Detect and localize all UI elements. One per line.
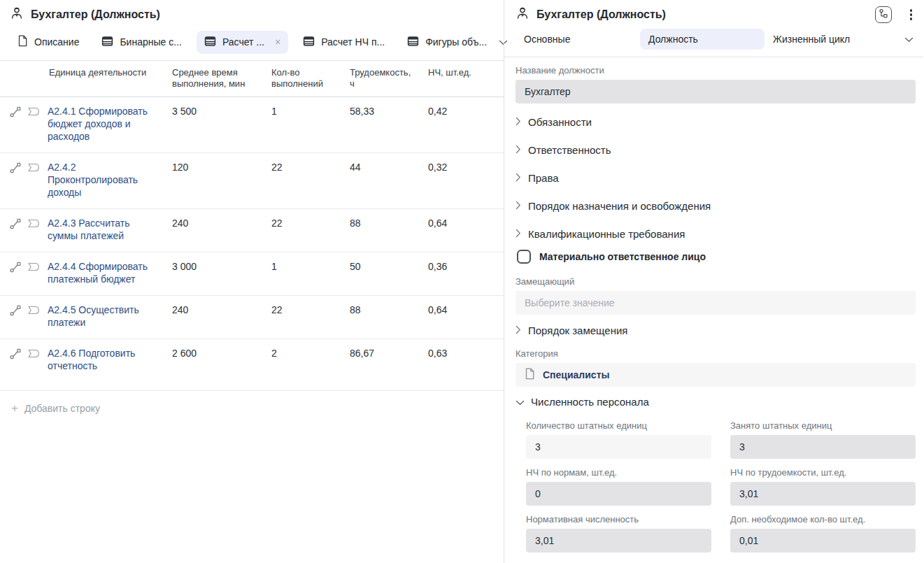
org-chart-button[interactable] xyxy=(875,6,892,23)
labor-cell[interactable]: 58,33 xyxy=(350,105,428,143)
count-cell[interactable]: 22 xyxy=(271,217,350,242)
labor-cell[interactable]: 86,67 xyxy=(350,347,428,372)
tab-object-shapes[interactable]: Фигуры объ... xyxy=(399,31,495,54)
avg-time-cell[interactable]: 120 xyxy=(172,161,271,199)
count-cell[interactable]: 22 xyxy=(271,161,350,199)
kebab-menu-icon[interactable] xyxy=(907,8,916,22)
process-flow-icon[interactable] xyxy=(10,348,21,362)
section-rights[interactable]: Права xyxy=(516,164,916,192)
headcount-value: 0,01 xyxy=(739,535,758,546)
activity-link[interactable]: А2.4.5 Осуществить платежи xyxy=(48,304,162,329)
activity-shape-icon[interactable] xyxy=(27,305,40,318)
category-label: Категория xyxy=(516,348,916,359)
avg-time-cell[interactable]: 3 500 xyxy=(172,105,271,143)
headcount-label: Нормативная численность xyxy=(526,514,711,525)
process-flow-icon[interactable] xyxy=(10,305,21,319)
count-cell[interactable]: 22 xyxy=(271,304,350,329)
avg-time-cell[interactable]: 3 000 xyxy=(172,260,271,285)
chevron-right-icon xyxy=(516,172,521,184)
tab-calculation-active[interactable]: Расчет ... × xyxy=(197,31,288,54)
headcount-value: 3,01 xyxy=(739,488,758,499)
activity-shape-icon[interactable] xyxy=(27,218,40,231)
nch-cell[interactable]: 0,64 xyxy=(428,217,504,242)
headcount-grid: Количество штатных единиц 3 Занято штатн… xyxy=(526,415,916,555)
activity-link[interactable]: А2.4.1 Сформировать бюджет доходов и рас… xyxy=(48,105,162,143)
activity-link[interactable]: А2.4.2 Проконтролировать доходы xyxy=(48,161,162,199)
avg-time-cell[interactable]: 240 xyxy=(172,217,271,242)
process-flow-icon[interactable] xyxy=(10,262,21,276)
section-headcount[interactable]: Численность персонала xyxy=(516,387,916,415)
nch-cell[interactable]: 0,64 xyxy=(428,304,504,329)
table-row: А2.4.2 Проконтролировать доходы 120 22 4… xyxy=(0,153,504,209)
tab-lifecycle[interactable]: Жизненный цикл xyxy=(765,29,889,50)
count-cell[interactable]: 1 xyxy=(271,260,350,285)
process-flow-icon[interactable] xyxy=(10,218,21,232)
section-appointment-order[interactable]: Порядок назначения и освобождения xyxy=(516,192,916,220)
nch-cell[interactable]: 0,32 xyxy=(428,161,504,199)
process-flow-icon[interactable] xyxy=(10,106,21,120)
chevron-right-icon xyxy=(516,200,521,212)
left-tab-bar: Описание Бинарные с... Расчет ... × Расч… xyxy=(0,27,504,61)
left-panel: Бухгалтер (Должность) Описание Бинарные … xyxy=(0,0,504,563)
labor-cell[interactable]: 88 xyxy=(350,217,428,242)
nch-cell[interactable]: 0,36 xyxy=(428,260,504,285)
chevron-right-icon xyxy=(516,116,521,128)
count-cell[interactable]: 2 xyxy=(271,347,350,372)
section-duties[interactable]: Обязанности xyxy=(516,108,916,136)
tabs-overflow-chevron-icon[interactable] xyxy=(904,33,914,45)
section-responsibility[interactable]: Ответственность xyxy=(516,136,916,164)
table-icon xyxy=(407,36,419,49)
tab-description[interactable]: Описание xyxy=(10,30,87,54)
labor-cell[interactable]: 88 xyxy=(350,304,428,329)
headcount-readonly-field: 0,01 xyxy=(730,529,916,553)
headcount-label: Доп. необходимое кол-во шт.ед. xyxy=(730,514,916,525)
avg-time-cell[interactable]: 2 600 xyxy=(172,347,271,372)
section-label: Права xyxy=(528,172,559,184)
activity-shape-icon[interactable] xyxy=(27,106,40,119)
materially-responsible-checkbox[interactable] xyxy=(517,250,531,264)
column-header-avg-time: Среднее время выполнения, мин xyxy=(172,67,271,90)
tab-calc-nch[interactable]: Расчет НЧ п... xyxy=(295,31,392,54)
activity-shape-icon[interactable] xyxy=(27,348,40,361)
headcount-value: 0 xyxy=(535,488,541,499)
table-icon xyxy=(101,36,113,49)
process-flow-icon[interactable] xyxy=(10,162,21,176)
avg-time-cell[interactable]: 240 xyxy=(172,304,271,329)
tab-binary-links[interactable]: Бинарные с... xyxy=(94,31,189,54)
right-panel-body: Название должности Бухгалтер Обязанности… xyxy=(504,57,923,555)
app-window: Бухгалтер (Должность) Описание Бинарные … xyxy=(0,0,924,563)
count-cell[interactable]: 1 xyxy=(271,105,350,143)
labor-cell[interactable]: 44 xyxy=(350,161,428,199)
right-tab-bar: Основные Должность Жизненный цикл xyxy=(504,26,923,57)
left-panel-header: Бухгалтер (Должность) xyxy=(0,0,504,27)
activity-link[interactable]: А2.4.6 Подготовить отчетность xyxy=(48,347,162,372)
tab-position[interactable]: Должность xyxy=(640,29,765,50)
section-label: Ответственность xyxy=(528,144,611,156)
right-panel-header: Бухгалтер (Должность) xyxy=(504,0,923,26)
nch-cell[interactable]: 0,42 xyxy=(428,105,504,143)
activity-link[interactable]: А2.4.4 Сформировать платежный бюджет xyxy=(48,260,162,285)
headcount-readonly-field: 0 xyxy=(526,482,711,506)
nch-cell[interactable]: 0,63 xyxy=(428,347,504,372)
sitemap-icon xyxy=(879,8,888,21)
category-field[interactable]: Специалисты xyxy=(516,363,916,387)
section-substitution-order[interactable]: Порядок замещения xyxy=(516,315,916,342)
tab-label: Расчет НЧ п... xyxy=(321,36,385,48)
table-row: А2.4.4 Сформировать платежный бюджет 3 0… xyxy=(0,252,504,296)
substitute-select[interactable]: Выберите значение xyxy=(516,291,916,315)
chevron-right-icon xyxy=(516,144,521,156)
tab-main[interactable]: Основные xyxy=(516,29,640,50)
category-value: Специалисты xyxy=(543,369,609,380)
tab-label: Описание xyxy=(34,36,79,48)
document-icon xyxy=(525,368,535,382)
section-qualification[interactable]: Квалификационные требования xyxy=(516,220,916,244)
table-icon xyxy=(204,36,216,49)
tab-label: Фигуры объ... xyxy=(425,36,487,48)
headcount-input[interactable]: 3 xyxy=(526,435,711,459)
close-tab-icon[interactable]: × xyxy=(275,37,280,47)
activity-shape-icon[interactable] xyxy=(27,262,40,274)
add-row-button[interactable]: + Добавить строку xyxy=(0,391,504,425)
activity-link[interactable]: А2.4.3 Рассчитать суммы платежей xyxy=(48,217,162,242)
activity-shape-icon[interactable] xyxy=(27,162,40,175)
labor-cell[interactable]: 50 xyxy=(350,260,428,285)
